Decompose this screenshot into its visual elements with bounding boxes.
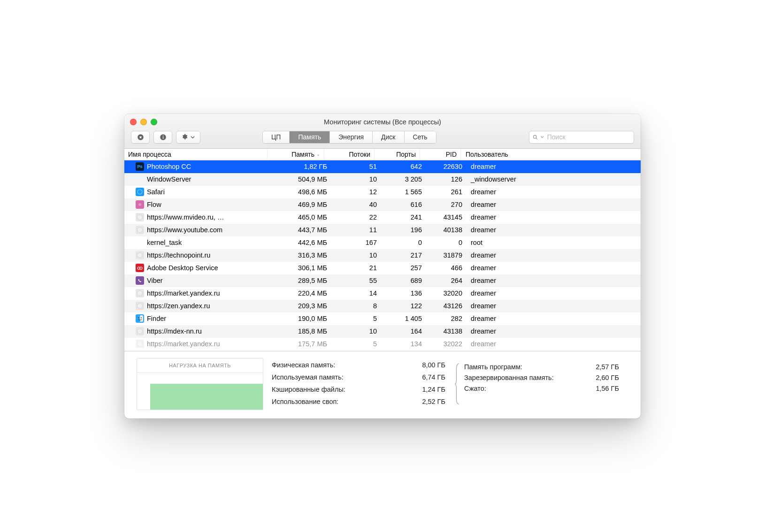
memory-pressure-chart: НАГРУЗКА НА ПАМЯТЬ bbox=[137, 358, 263, 410]
process-ports: 122 bbox=[381, 302, 426, 310]
used-memory-label: Используемая память: bbox=[272, 373, 344, 381]
process-user: dreamer bbox=[466, 264, 641, 272]
wired-memory-label: Зарезервированная память: bbox=[464, 374, 554, 381]
process-name: Finder bbox=[147, 315, 166, 322]
process-pid: 43138 bbox=[426, 327, 466, 335]
column-header-threads[interactable]: Потоки bbox=[324, 149, 375, 160]
process-user: dreamer bbox=[466, 289, 641, 297]
table-row[interactable]: https://www.mvideo.ru, …465,0 МБ22241431… bbox=[124, 211, 641, 224]
process-threads: 21 bbox=[331, 264, 381, 272]
process-pid: 264 bbox=[426, 277, 466, 284]
web-process-icon bbox=[136, 340, 144, 348]
process-pid: 0 bbox=[426, 239, 466, 246]
window-title: Мониторинг системы (Все процессы) bbox=[130, 118, 635, 126]
process-ports: 616 bbox=[381, 201, 426, 208]
table-row[interactable]: Safari498,6 МБ121 565261dreamer bbox=[124, 186, 641, 198]
quit-process-button[interactable] bbox=[131, 131, 150, 144]
process-name: Flow bbox=[147, 201, 161, 208]
stop-icon bbox=[137, 134, 144, 141]
process-pid: 270 bbox=[426, 201, 466, 208]
column-header-user[interactable]: Пользователь bbox=[461, 149, 641, 160]
svg-point-19 bbox=[138, 317, 139, 318]
memory-pressure-title: НАГРУЗКА НА ПАМЯТЬ bbox=[137, 358, 263, 373]
web-process-icon bbox=[136, 251, 144, 259]
memory-stats-primary: Физическая память:8,00 ГБ Используемая п… bbox=[263, 358, 452, 410]
process-ports: 134 bbox=[381, 340, 426, 348]
toolbar: ЦП Память Энергия Диск Сеть bbox=[130, 127, 635, 148]
svg-point-16 bbox=[137, 278, 143, 284]
process-pid: 22630 bbox=[426, 163, 466, 170]
view-options-button[interactable] bbox=[176, 131, 200, 144]
gear-icon bbox=[182, 133, 189, 141]
close-window-button[interactable] bbox=[130, 119, 137, 125]
process-user: dreamer bbox=[466, 327, 641, 335]
search-field[interactable] bbox=[529, 131, 634, 144]
table-row[interactable]: PsPhotoshop CC1,82 ГБ5164222630dreamer bbox=[124, 160, 641, 173]
app-memory-value: 2,57 ГБ bbox=[596, 363, 619, 371]
tab-disk[interactable]: Диск bbox=[373, 131, 404, 143]
tab-network[interactable]: Сеть bbox=[405, 131, 436, 143]
process-threads: 5 bbox=[331, 315, 381, 322]
search-input[interactable] bbox=[546, 133, 631, 141]
process-table[interactable]: PsPhotoshop CC1,82 ГБ5164222630dreamerWi… bbox=[124, 160, 641, 351]
process-pid: 282 bbox=[426, 315, 466, 322]
process-ports: 241 bbox=[381, 213, 426, 221]
process-threads: 10 bbox=[331, 327, 381, 335]
tab-cpu[interactable]: ЦП bbox=[263, 131, 290, 143]
process-user: dreamer bbox=[466, 340, 641, 348]
cached-files-value: 1,24 ГБ bbox=[422, 386, 445, 393]
inspect-process-button[interactable] bbox=[153, 131, 172, 144]
process-pid: 43126 bbox=[426, 302, 466, 310]
finder-icon bbox=[136, 314, 144, 323]
table-row[interactable]: Flow469,9 МБ40616270dreamer bbox=[124, 198, 641, 211]
table-row[interactable]: https://zen.yandex.ru209,3 МБ812243126dr… bbox=[124, 300, 641, 312]
table-row[interactable]: https://technopoint.ru316,3 МБ1021731879… bbox=[124, 249, 641, 262]
process-threads: 10 bbox=[331, 175, 381, 183]
process-user: _windowserver bbox=[466, 175, 641, 183]
tab-energy[interactable]: Энергия bbox=[330, 131, 373, 143]
swap-used-value: 2,52 ГБ bbox=[422, 398, 445, 405]
process-ports: 257 bbox=[381, 264, 426, 272]
table-row[interactable]: Viber289,5 МБ55689264dreamer bbox=[124, 274, 641, 287]
process-user: dreamer bbox=[466, 226, 641, 234]
process-name: Adobe Desktop Service bbox=[147, 264, 218, 272]
process-name: https://www.mvideo.ru, … bbox=[147, 213, 224, 221]
process-pid: 32020 bbox=[426, 289, 466, 297]
svg-rect-18 bbox=[140, 315, 143, 322]
process-threads: 40 bbox=[331, 201, 381, 208]
table-row[interactable]: https://market.yandex.ru220,4 МБ14136320… bbox=[124, 287, 641, 300]
process-name: Viber bbox=[147, 277, 163, 284]
process-name: kernel_task bbox=[147, 239, 182, 246]
process-name: https://technopoint.ru bbox=[147, 251, 210, 259]
process-memory: 1,82 ГБ bbox=[275, 163, 331, 170]
process-threads: 167 bbox=[331, 239, 381, 246]
process-user: dreamer bbox=[466, 251, 641, 259]
column-header-memory[interactable]: Память ⌄ bbox=[268, 149, 324, 160]
cached-files-label: Кэшированные файлы: bbox=[272, 386, 345, 393]
process-user: dreamer bbox=[466, 277, 641, 284]
table-row[interactable]: https://mdex-nn.ru185,8 МБ1016443138drea… bbox=[124, 325, 641, 338]
table-row[interactable]: https://market.yandex.ru175,7 МБ51343202… bbox=[124, 338, 641, 350]
column-header-pid[interactable]: PID bbox=[420, 149, 461, 160]
process-pid: 466 bbox=[426, 264, 466, 272]
column-header-ports[interactable]: Порты bbox=[375, 149, 420, 160]
process-memory: 504,9 МБ bbox=[275, 175, 331, 183]
table-row[interactable]: Finder190,0 МБ51 405282dreamer bbox=[124, 312, 641, 325]
table-row[interactable]: WindowServer504,9 МБ103 205126_windowser… bbox=[124, 173, 641, 186]
compressed-memory-value: 1,56 ГБ bbox=[596, 385, 619, 392]
viber-icon bbox=[136, 276, 144, 285]
process-pid: 32022 bbox=[426, 340, 466, 348]
process-name: https://market.yandex.ru bbox=[147, 340, 220, 348]
physical-memory-value: 8,00 ГБ bbox=[422, 361, 445, 369]
column-header-name[interactable]: Имя процесса bbox=[124, 149, 268, 160]
svg-point-12 bbox=[138, 203, 141, 206]
tab-memory[interactable]: Память bbox=[290, 131, 330, 143]
table-row[interactable]: kernel_task442,6 МБ16700root bbox=[124, 236, 641, 249]
zoom-window-button[interactable] bbox=[151, 119, 157, 125]
table-row[interactable]: Adobe Desktop Service306,1 МБ21257466dre… bbox=[124, 262, 641, 274]
table-row[interactable]: https://www.youtube.com443,7 МБ111964013… bbox=[124, 224, 641, 236]
process-threads: 5 bbox=[331, 340, 381, 348]
process-memory: 306,1 МБ bbox=[275, 264, 331, 272]
minimize-window-button[interactable] bbox=[140, 119, 147, 125]
app-memory-label: Память программ: bbox=[464, 363, 522, 371]
